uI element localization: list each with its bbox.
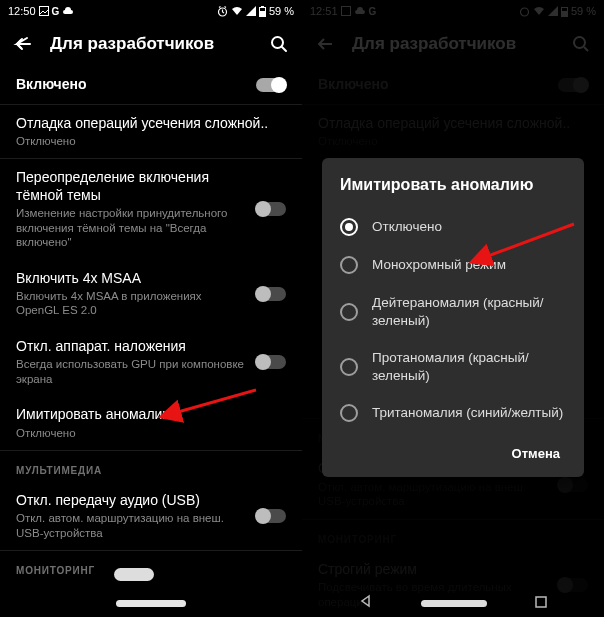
svg-rect-8 <box>260 11 265 16</box>
alarm-icon <box>217 6 228 17</box>
radio-label: Тританомалия (синий/желтый) <box>372 404 563 422</box>
radio-icon <box>340 404 358 422</box>
svg-rect-21 <box>536 597 546 607</box>
anomaly-dialog: Имитировать аномалию Отключено Монохромн… <box>322 158 584 477</box>
svg-line-3 <box>222 12 224 13</box>
radio-label: Отключено <box>372 218 442 236</box>
toggle-enabled[interactable] <box>256 78 286 92</box>
nav-home-pill[interactable] <box>421 600 487 607</box>
row-sub: Всегда использовать GPU при компоновке э… <box>16 357 244 386</box>
row-title: Откл. передачу аудио (USB) <box>16 492 244 510</box>
svg-rect-7 <box>261 6 264 8</box>
toggle-dark-override[interactable] <box>256 202 286 216</box>
dialog-title: Имитировать аномалию <box>340 176 566 194</box>
status-bar: 12:50 G 59 % <box>0 0 302 22</box>
category-multimedia: МУЛЬТИМЕДИА <box>0 451 302 482</box>
redaction-pill <box>114 568 154 581</box>
svg-line-11 <box>282 47 286 51</box>
dialog-cancel-button[interactable]: Отмена <box>506 438 566 469</box>
radio-option-disabled[interactable]: Отключено <box>340 208 566 246</box>
row-title: Имитировать аномалию <box>16 406 286 424</box>
radio-label: Протаномалия (красный/зеленый) <box>372 349 566 384</box>
right-screenshot: 12:51 G 59 % Для разработчиков Включено <box>302 0 604 617</box>
radio-icon <box>340 256 358 274</box>
radio-icon <box>340 303 358 321</box>
radio-option-tritanomaly[interactable]: Тританомалия (синий/желтый) <box>340 394 566 432</box>
status-battery: 59 % <box>269 5 294 17</box>
battery-icon <box>259 6 266 17</box>
radio-label: Монохромный режим <box>372 256 506 274</box>
row-simulate-anomaly[interactable]: Имитировать аномалию Отключено <box>0 396 302 450</box>
app-bar: Для разработчиков <box>0 22 302 66</box>
radio-option-monochrome[interactable]: Монохромный режим <box>340 246 566 284</box>
row-title: Включить 4x MSAA <box>16 270 244 288</box>
search-button[interactable] <box>268 33 290 55</box>
google-icon: G <box>52 6 60 17</box>
radio-label: Дейтераномалия (красный/зеленый) <box>372 294 566 329</box>
row-sub: Включить 4x MSAA в приложениях OpenGL ES… <box>16 289 244 318</box>
signal-icon <box>246 6 256 16</box>
radio-icon <box>340 358 358 376</box>
radio-option-deuteranomaly[interactable]: Дейтераномалия (красный/зеленый) <box>340 284 566 339</box>
toggle-usb-audio[interactable] <box>256 509 286 523</box>
row-enabled[interactable]: Включено <box>0 66 302 104</box>
toggle-msaa[interactable] <box>256 287 286 301</box>
nav-bar <box>0 589 302 617</box>
cloud-icon <box>62 7 74 16</box>
toggle-hw-overlay[interactable] <box>256 355 286 369</box>
page-title: Для разработчиков <box>50 34 252 54</box>
left-screenshot: 12:50 G 59 % <box>0 0 302 617</box>
back-button[interactable] <box>12 33 34 55</box>
row-sub: Отключено <box>16 426 286 440</box>
row-dark-override[interactable]: Переопределение включения тёмной темы Из… <box>0 159 302 259</box>
radio-icon <box>340 218 358 236</box>
radio-option-protanomaly[interactable]: Протаномалия (красный/зеленый) <box>340 339 566 394</box>
row-title: Откл. аппарат. наложения <box>16 338 244 356</box>
row-sub: Отключено <box>16 134 286 148</box>
nav-back-icon[interactable] <box>359 594 373 612</box>
svg-line-5 <box>224 6 226 7</box>
row-sub: Изменение настройки принудительного вклю… <box>16 206 244 249</box>
row-hw-overlay[interactable]: Откл. аппарат. наложения Всегда использо… <box>0 328 302 396</box>
status-time: 12:50 <box>8 5 36 17</box>
row-title: Отладка операций усечения сложной.. <box>16 115 286 133</box>
wifi-icon <box>231 6 243 16</box>
row-trim-debug[interactable]: Отладка операций усечения сложной.. Откл… <box>0 105 302 159</box>
nav-home-pill[interactable] <box>116 600 186 607</box>
row-sub: Откл. автом. маршрутизацию на внеш. USB-… <box>16 511 244 540</box>
nav-bar <box>302 589 604 617</box>
image-icon <box>39 6 49 16</box>
row-msaa[interactable]: Включить 4x MSAA Включить 4x MSAA в прил… <box>0 260 302 328</box>
nav-recent-icon[interactable] <box>535 594 547 612</box>
row-usb-audio[interactable]: Откл. передачу аудио (USB) Откл. автом. … <box>0 482 302 550</box>
row-title: Включено <box>16 76 244 94</box>
row-title: Переопределение включения тёмной темы <box>16 169 244 204</box>
svg-line-4 <box>219 6 221 7</box>
